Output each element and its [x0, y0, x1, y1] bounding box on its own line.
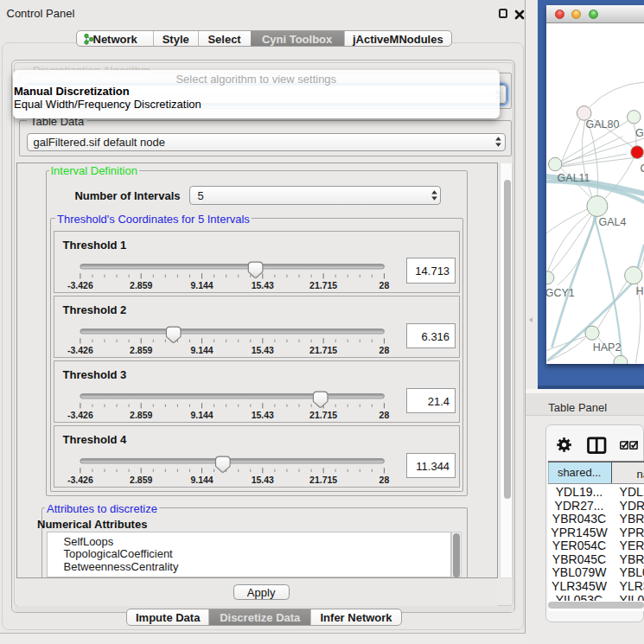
- svg-text:9.144: 9.144: [190, 475, 213, 485]
- svg-text:2.859: 2.859: [130, 281, 152, 290]
- svg-text:21.715: 21.715: [309, 346, 337, 355]
- svg-text:9.144: 9.144: [190, 346, 213, 355]
- svg-text:H: H: [635, 285, 643, 297]
- svg-text:GCY1: GCY1: [546, 287, 575, 299]
- svg-text:GAL80: GAL80: [585, 118, 619, 131]
- svg-text:21.715: 21.715: [309, 475, 337, 485]
- svg-text:21.715: 21.715: [309, 281, 337, 290]
- svg-text:C: C: [640, 163, 644, 175]
- svg-text:2.859: 2.859: [130, 411, 152, 420]
- svg-text:-3.426: -3.426: [67, 475, 93, 485]
- svg-text:9.144: 9.144: [190, 411, 213, 420]
- svg-text:28: 28: [379, 475, 389, 485]
- svg-text:28: 28: [379, 281, 389, 290]
- svg-text:15.43: 15.43: [251, 411, 273, 420]
- svg-text:-3.426: -3.426: [67, 281, 93, 290]
- svg-text:15.43: 15.43: [251, 346, 273, 355]
- svg-text:15.43: 15.43: [251, 281, 273, 290]
- svg-text:GAL11: GAL11: [557, 172, 590, 184]
- svg-text:9.144: 9.144: [190, 281, 213, 290]
- svg-text:-3.426: -3.426: [67, 346, 93, 355]
- svg-text:21.715: 21.715: [309, 411, 337, 420]
- svg-text:GA: GA: [635, 127, 644, 139]
- svg-text:28: 28: [379, 411, 389, 420]
- svg-text:2.859: 2.859: [130, 346, 152, 355]
- svg-text:GAL4: GAL4: [598, 216, 626, 228]
- svg-text:2.859: 2.859: [130, 475, 152, 485]
- svg-text:HAP2: HAP2: [592, 341, 621, 354]
- svg-text:28: 28: [379, 346, 389, 355]
- svg-text:15.43: 15.43: [251, 475, 273, 485]
- svg-text:-3.426: -3.426: [67, 411, 93, 420]
